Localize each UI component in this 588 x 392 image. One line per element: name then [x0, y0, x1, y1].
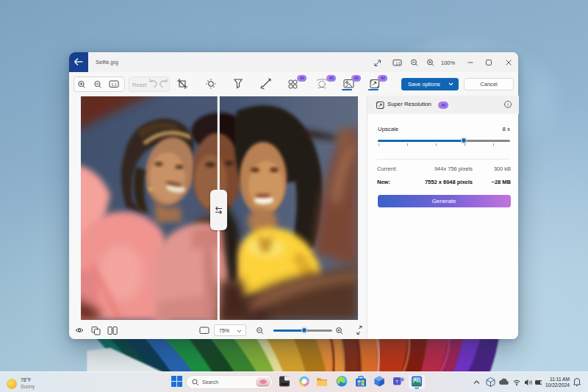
svg-text:100%: 100%: [441, 60, 456, 66]
svg-text:1:1: 1:1: [112, 82, 117, 87]
svg-text:T: T: [395, 379, 398, 384]
svg-text:1:1: 1:1: [396, 62, 401, 65]
svg-text:Reset: Reset: [132, 82, 148, 88]
